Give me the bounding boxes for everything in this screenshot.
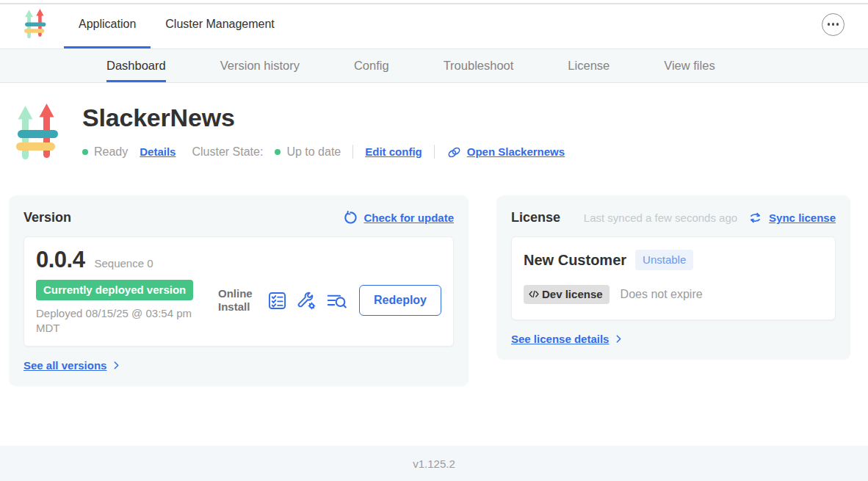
edit-config-link[interactable]: Edit config: [365, 145, 422, 158]
chain-link-icon: [446, 145, 462, 160]
version-number: 0.0.4: [36, 247, 84, 273]
chevron-right-icon: [112, 361, 121, 370]
app-sub-nav: Dashboard Version history Config Trouble…: [0, 49, 868, 83]
divider: [434, 145, 435, 159]
see-all-versions-row: See all versions: [23, 359, 454, 372]
license-card-title: License: [511, 210, 560, 225]
top-tab-application[interactable]: Application: [64, 0, 151, 48]
edit-config-icon[interactable]: [297, 291, 317, 311]
app-status-dot: [82, 149, 88, 155]
license-expiration: Does not expire: [621, 288, 703, 301]
refresh-icon: [343, 211, 357, 225]
tab-config-label: Config: [354, 59, 389, 73]
tab-dashboard[interactable]: Dashboard: [106, 49, 166, 82]
channel-badge: Unstable: [635, 250, 693, 270]
code-brackets-icon: [528, 289, 540, 299]
app-header: SlackerNews Ready Details Cluster State:…: [0, 83, 868, 164]
current-version-panel: 0.0.4 Sequence 0 Currently deployed vers…: [23, 236, 454, 347]
app-status-row: Ready Details Cluster State: Up to date …: [82, 144, 565, 159]
license-card-header: License Last synced a few seconds ago Sy…: [511, 210, 836, 225]
tab-view-files[interactable]: View files: [664, 49, 715, 82]
version-card: Version Check for update: [9, 195, 469, 386]
more-menu-button[interactable]: [822, 13, 845, 36]
tab-dashboard-label: Dashboard: [106, 59, 166, 73]
dashboard-cards: Version Check for update: [0, 195, 868, 386]
sync-license-link[interactable]: Sync license: [769, 211, 836, 224]
app-title: SlackerNews: [82, 104, 565, 132]
status-details-link[interactable]: Details: [140, 145, 176, 158]
license-detail-panel: New Customer Unstable: [511, 236, 836, 320]
app-header-text: SlackerNews Ready Details Cluster State:…: [82, 102, 565, 164]
deployed-version-badge: Currently deployed version: [36, 280, 193, 300]
console-footer: v1.125.2: [0, 446, 868, 481]
sync-arrows-icon: [748, 211, 762, 225]
preflight-checks-icon[interactable]: [267, 291, 287, 311]
console-version-label: v1.125.2: [413, 458, 455, 470]
top-nav-left: Application Cluster Management: [0, 0, 289, 48]
check-update-container: Check for update: [343, 211, 454, 225]
license-type-badge: Dev license: [524, 285, 610, 304]
tab-license[interactable]: License: [568, 49, 610, 82]
tab-view-files-label: View files: [664, 59, 715, 73]
redeploy-button[interactable]: Redeploy: [359, 285, 441, 316]
see-all-versions-link[interactable]: See all versions: [23, 359, 106, 372]
customer-name: New Customer: [524, 252, 626, 269]
tab-config[interactable]: Config: [354, 49, 389, 82]
version-card-header: Version Check for update: [23, 210, 454, 225]
license-meta-row: Dev license Does not expire: [524, 285, 823, 304]
top-nav-right: [822, 0, 868, 48]
tab-version-history-label: Version history: [220, 59, 300, 73]
cluster-state-dot: [275, 149, 281, 155]
install-type-label: Online Install: [218, 287, 258, 314]
last-synced-text: Last synced a few seconds ago: [584, 211, 737, 224]
check-for-update-link[interactable]: Check for update: [364, 211, 454, 224]
view-logs-icon[interactable]: [326, 291, 347, 311]
see-license-details-link[interactable]: See license details: [511, 333, 609, 345]
dashboard-main: SlackerNews Ready Details Cluster State:…: [0, 83, 868, 446]
current-version-info: 0.0.4 Sequence 0 Currently deployed vers…: [36, 247, 218, 335]
see-license-details-row: See license details: [511, 333, 836, 345]
sync-license-container: Last synced a few seconds ago Sync licen…: [584, 211, 836, 225]
version-card-title: Version: [23, 210, 71, 225]
ellipsis-icon: [828, 23, 830, 25]
tab-version-history[interactable]: Version history: [220, 49, 300, 82]
top-tab-cluster-management[interactable]: Cluster Management: [151, 0, 289, 48]
deployed-timestamp: Deployed 08/15/25 @ 03:54 pm MDT: [36, 306, 212, 335]
license-card: License Last synced a few seconds ago Sy…: [496, 195, 850, 360]
app-logo-icon: [24, 9, 46, 40]
top-tab-application-label: Application: [79, 18, 136, 31]
brand-logo-container[interactable]: [0, 0, 64, 48]
divider: [352, 145, 353, 159]
tab-license-label: License: [568, 59, 610, 73]
open-app-link[interactable]: Open Slackernews: [467, 145, 565, 158]
version-actions: Online Install: [218, 285, 441, 316]
app-logo-large-icon: [16, 104, 59, 164]
cluster-state-value: Up to date: [286, 145, 341, 159]
license-type-badge-label: Dev license: [542, 288, 603, 300]
tab-troubleshoot[interactable]: Troubleshoot: [444, 49, 514, 82]
top-tab-cluster-management-label: Cluster Management: [165, 18, 275, 31]
app-status-text: Ready: [94, 145, 128, 159]
top-nav-bar: Application Cluster Management: [0, 0, 868, 49]
customer-name-row: New Customer Unstable: [524, 250, 823, 270]
chevron-right-icon: [614, 334, 623, 344]
admin-console-page: Application Cluster Management Dashboard…: [0, 0, 868, 481]
version-number-row: 0.0.4 Sequence 0: [36, 247, 218, 273]
tab-troubleshoot-label: Troubleshoot: [444, 59, 514, 73]
sequence-label: Sequence 0: [94, 257, 153, 270]
cluster-state-label: Cluster State:: [192, 145, 263, 159]
